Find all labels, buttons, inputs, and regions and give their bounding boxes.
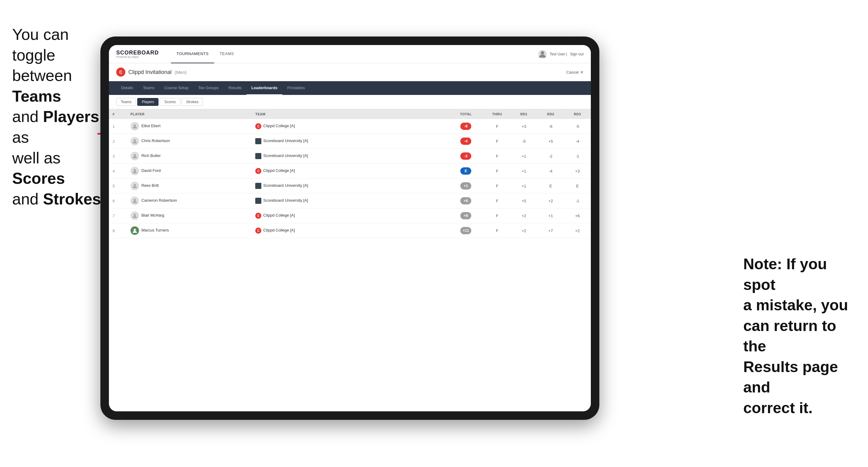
cell-rd3: +6 — [564, 209, 591, 223]
tab-results[interactable]: Results — [224, 81, 246, 95]
player-avatar — [130, 167, 139, 175]
cell-thru: F — [484, 164, 510, 179]
cell-player: Elliot Ebert — [127, 119, 252, 134]
user-icon — [538, 50, 547, 58]
tab-course-setup[interactable]: Course Setup — [159, 81, 193, 95]
tab-leaderboards[interactable]: Leaderboards — [246, 81, 282, 95]
cell-thru: F — [484, 193, 510, 209]
table-row: 7 Blair McHargCClippd College [A]+9F+2+1… — [109, 209, 591, 223]
cell-rd1: +1 — [510, 179, 537, 193]
cell-rd3: +3 — [564, 164, 591, 179]
svg-point-4 — [133, 154, 136, 156]
cell-team: CClippd College [A] — [252, 209, 448, 223]
cell-rd1: +3 — [510, 119, 537, 134]
team-logo: C — [255, 227, 261, 234]
cell-player: Rees Britt — [127, 179, 252, 193]
cell-total: +9 — [448, 209, 484, 223]
cell-rd1: +1 — [510, 164, 537, 179]
col-header-rd1: RD1 — [510, 109, 537, 119]
nav-link-teams[interactable]: TEAMS — [214, 45, 240, 63]
cell-thru: F — [484, 119, 510, 134]
player-name: Rees Britt — [142, 183, 159, 188]
tablet-screen: SCOREBOARD Powered by clippd TOURNAMENTS… — [109, 45, 591, 411]
cell-rd2: -4 — [537, 164, 564, 179]
table-header: # PLAYER TEAM TOTAL THRU RD1 RD2 RD3 — [109, 109, 591, 119]
nav-link-tournaments[interactable]: TOURNAMENTS — [171, 45, 214, 63]
cell-team: Scoreboard University [A] — [252, 179, 448, 193]
tablet-frame: SCOREBOARD Powered by clippd TOURNAMENTS… — [100, 36, 599, 420]
sub-tab-players[interactable]: Players — [137, 98, 158, 106]
cell-player: David Ford — [127, 164, 252, 179]
cell-team: Scoreboard University [A] — [252, 193, 448, 209]
team-name: Clippd College [A] — [263, 124, 295, 128]
sub-tab-scores[interactable]: Scores — [160, 98, 180, 106]
nav-links: TOURNAMENTS TEAMS — [171, 45, 538, 63]
cell-rd3: -1 — [564, 193, 591, 209]
player-name: Chris Robertson — [142, 138, 170, 143]
cell-thru: F — [484, 223, 510, 238]
player-name: Elliot Ebert — [142, 124, 161, 128]
logo-title: SCOREBOARD — [116, 50, 159, 56]
player-avatar — [130, 182, 139, 190]
cell-rd2: E — [537, 179, 564, 193]
cell-rd3: +2 — [564, 223, 591, 238]
cell-rank: 8 — [109, 223, 127, 238]
cell-rd2: +7 — [537, 223, 564, 238]
tab-printables[interactable]: Printables — [282, 81, 310, 95]
cell-team: Scoreboard University [A] — [252, 134, 448, 149]
svg-point-8 — [133, 214, 136, 216]
col-header-rd3: RD3 — [564, 109, 591, 119]
cell-rd2: +2 — [537, 193, 564, 209]
leaderboard-body: 1 Elliot EbertCClippd College [A]-8F+3-6… — [109, 119, 591, 238]
team-logo: C — [255, 213, 261, 219]
cell-rank: 2 — [109, 134, 127, 149]
tournament-gender: (Men) — [175, 70, 186, 75]
logo-area: SCOREBOARD Powered by clippd — [116, 50, 159, 58]
team-logo — [255, 183, 261, 189]
nav-user-text: Test User | — [550, 52, 567, 56]
table-row: 2 Chris RobertsonScoreboard University [… — [109, 134, 591, 149]
table-row: 8 Marcus TurnersCClippd College [A]+11F+… — [109, 223, 591, 238]
tournament-header: C Clippd Invitational (Men) Cancel ✕ — [109, 63, 591, 81]
cell-rd3: -4 — [564, 134, 591, 149]
table-row: 5 Rees BrittScoreboard University [A]+1F… — [109, 179, 591, 193]
svg-point-1 — [540, 51, 544, 55]
player-avatar — [130, 196, 139, 205]
team-name: Scoreboard University [A] — [263, 153, 308, 158]
cell-player: Rich Butler — [127, 149, 252, 164]
cell-total: -4 — [448, 134, 484, 149]
cell-rd2: +5 — [537, 134, 564, 149]
sub-tab-strokes[interactable]: Strokes — [182, 98, 203, 106]
cell-thru: F — [484, 149, 510, 164]
svg-point-9 — [133, 229, 136, 231]
table-row: 3 Rich ButlerScoreboard University [A]-2… — [109, 149, 591, 164]
tab-tee-groups[interactable]: Tee Groups — [193, 81, 224, 95]
score-badge: E — [460, 167, 471, 175]
team-name: Scoreboard University [A] — [263, 198, 308, 203]
player-name: Marcus Turners — [142, 228, 169, 232]
team-name: Clippd College [A] — [263, 168, 295, 173]
cell-team: CClippd College [A] — [252, 223, 448, 238]
cell-total: E — [448, 164, 484, 179]
cell-rd1: +2 — [510, 223, 537, 238]
col-header-team: TEAM — [252, 109, 448, 119]
table-container: # PLAYER TEAM TOTAL THRU RD1 RD2 RD3 1 E… — [109, 109, 591, 411]
cell-team: Scoreboard University [A] — [252, 149, 448, 164]
cell-rd2: -2 — [537, 149, 564, 164]
tab-details[interactable]: Details — [116, 81, 138, 95]
score-badge: -2 — [460, 152, 471, 160]
tournament-title: C Clippd Invitational (Men) — [116, 67, 186, 77]
team-name: Clippd College [A] — [263, 213, 295, 218]
cell-rank: 1 — [109, 119, 127, 134]
table-row: 1 Elliot EbertCClippd College [A]-8F+3-6… — [109, 119, 591, 134]
nav-signout[interactable]: Sign out — [570, 52, 584, 56]
cell-player: Marcus Turners — [127, 223, 252, 238]
svg-point-2 — [133, 124, 136, 127]
table-row: 6 Cameron RobertsonScoreboard University… — [109, 193, 591, 209]
player-avatar — [130, 226, 139, 235]
tab-teams[interactable]: Teams — [138, 81, 159, 95]
cancel-button[interactable]: Cancel ✕ — [566, 70, 584, 74]
sub-tab-teams[interactable]: Teams — [116, 98, 136, 106]
team-name: Scoreboard University [A] — [263, 183, 308, 188]
svg-point-3 — [133, 139, 136, 142]
